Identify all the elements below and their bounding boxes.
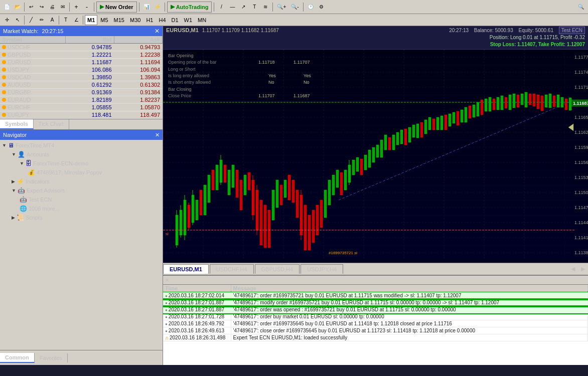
svg-text:1.11445: 1.11445	[574, 220, 588, 225]
mw-row[interactable]: EURJPY 118.481 118.497	[0, 111, 163, 119]
mw-symbol-cell: EURAUD	[0, 96, 66, 104]
nav-tab-common[interactable]: Common	[0, 353, 35, 363]
svg-text:1.11707: 1.11707	[258, 93, 275, 98]
mw-col-symbol: Symbol	[0, 36, 66, 44]
svg-text:1.11385: 1.11385	[574, 250, 588, 255]
nav-item-ecn-demo[interactable]: ▼ 🗄 ForexTime-ECN-demo	[0, 159, 163, 168]
zoom-out-btn[interactable]: 🔍-	[289, 2, 301, 13]
log-header: ✕	[163, 276, 588, 285]
log-close-btn[interactable]: ✕	[165, 277, 169, 283]
svg-rect-88	[340, 172, 343, 195]
chart-tab-scroll-right[interactable]: ▶	[578, 265, 588, 273]
angle-btn[interactable]: ∠	[71, 15, 81, 26]
navigator-close-btn[interactable]: ✕	[155, 132, 160, 138]
tf-w1-btn[interactable]: W1	[182, 15, 195, 25]
zoom-in-btn[interactable]: 🔍+	[275, 2, 288, 13]
tf-m1-btn[interactable]: M1	[85, 15, 97, 25]
nav-more-label: 1006 more...	[29, 206, 60, 212]
nav-item-forextime[interactable]: ▼ 🖥 ForexTime MT4	[0, 141, 163, 150]
pencil-btn[interactable]: ✏	[37, 15, 47, 26]
tf-m15-btn[interactable]: M15	[111, 15, 127, 25]
svg-rect-89	[344, 170, 347, 190]
svg-rect-106	[404, 129, 407, 145]
svg-rect-56	[224, 165, 226, 182]
chart-tab-eurusd-m1[interactable]: EURUSD,M1	[163, 264, 209, 274]
svg-rect-147	[569, 98, 571, 110]
eraser-btn[interactable]: A	[47, 15, 57, 26]
new-order-button[interactable]: ▶ New Order	[96, 2, 137, 13]
arrow-tool[interactable]: ↗	[238, 2, 248, 13]
mw-row[interactable]: USDCAD 1.39850 1.39863	[0, 74, 163, 81]
tf-m30-btn[interactable]: M30	[127, 15, 143, 25]
chart-zoom-in[interactable]: +	[71, 2, 81, 13]
nav-item-user[interactable]: 💰 47489617: Miroslav Popov	[0, 168, 163, 177]
autotrading-button[interactable]: ▶ AutoTrading	[167, 2, 212, 13]
mw-bid-val: 0.94785	[66, 44, 114, 51]
mw-symbol-cell: USDCHF	[0, 44, 66, 51]
mw-row[interactable]: EURAUD 1.82189 1.82237	[0, 96, 163, 104]
chart-tab-scroll-left[interactable]: ◀	[568, 265, 578, 273]
log-container[interactable]: Time Message ●2020.03.16 18:27:02.014 '4…	[163, 285, 588, 365]
mw-row[interactable]: EURGBP 0.91369 0.91384	[0, 89, 163, 96]
open-btn[interactable]: 📂	[13, 2, 23, 13]
email-btn[interactable]: ✉	[58, 2, 68, 13]
mw-row[interactable]: EURCHF 1.05855 1.05870	[0, 104, 163, 111]
nav-item-scripts[interactable]: ▶ 📜 Scripts	[0, 213, 163, 222]
tf-h4-btn[interactable]: H4	[156, 15, 168, 25]
nav-tab-favorites[interactable]: Favorites	[35, 353, 68, 362]
text-btn2[interactable]: T	[61, 15, 71, 26]
svg-rect-51	[208, 175, 210, 203]
nav-item-accounts[interactable]: ▼ 👤 Accounts	[0, 150, 163, 159]
cursor-btn[interactable]: ↖	[13, 15, 23, 26]
tf-sep2	[59, 16, 59, 25]
undo-btn[interactable]: ↩	[26, 2, 36, 13]
mw-row[interactable]: GBPUSD 1.22221 1.22238	[0, 51, 163, 59]
svg-rect-67	[260, 200, 262, 245]
mw-row[interactable]: USDCHF 0.94785 0.94793	[0, 44, 163, 51]
chart-tab-usdchf-h4[interactable]: USDCHF,H4	[210, 264, 254, 274]
market-watch-close-btn[interactable]: ✕	[155, 28, 160, 35]
line-tool[interactable]: /	[216, 2, 226, 13]
nav-item-expert-advisors[interactable]: ▼ 🤖 Expert Advisors	[0, 186, 163, 195]
svg-rect-86	[332, 175, 335, 195]
chart-tab-usdjpy-h4[interactable]: USDJPY,H4	[301, 264, 343, 274]
svg-text:1.11475: 1.11475	[574, 205, 588, 210]
mw-symbol-name: EURGBP	[8, 89, 31, 95]
text-tool[interactable]: T	[249, 2, 259, 13]
tf-m5-btn[interactable]: M5	[98, 15, 110, 25]
mw-bid-val: 1.11687	[66, 59, 114, 66]
chart-tab-gbpusd-h4[interactable]: GBPUSD,H4	[255, 264, 300, 274]
mw-row[interactable]: EURUSD 1.11687 1.11694	[0, 59, 163, 66]
chart-canvas[interactable]: 1.11775 1.11745 1.11715 1.11687 1.11655 …	[163, 50, 588, 259]
tf-mn-btn[interactable]: MN	[195, 15, 209, 25]
log-icon: ●	[165, 294, 168, 298]
redo-btn[interactable]: ↪	[37, 2, 47, 13]
navigator-panel: Navigator ✕ ▼ 🖥 ForexTime MT4 ▼ 👤 Accoun…	[0, 129, 163, 365]
new-chart-btn[interactable]: 📄	[2, 2, 12, 13]
nav-item-indicators[interactable]: ▶ ⚡ Indicators	[0, 177, 163, 186]
settings-btn[interactable]: ⚙	[317, 2, 327, 13]
print-btn[interactable]: 🖨	[47, 2, 57, 13]
mw-row[interactable]: USDJPY 106.086 106.094	[0, 66, 163, 74]
clock-btn[interactable]: 🕐	[306, 2, 316, 13]
mw-row[interactable]: AUDUSD 0.61292 0.61302	[0, 81, 163, 89]
nav-item-test-ecn[interactable]: 🤖 Test ECN	[0, 195, 163, 204]
log-time: ●2020.03.16 18:27:01.728	[163, 313, 231, 320]
mw-tab-symbols[interactable]: Symbols	[0, 119, 34, 129]
hline-tool[interactable]: —	[227, 2, 237, 13]
chart-type-btn[interactable]: 📊	[141, 2, 152, 13]
mw-ask-val: 1.22238	[114, 51, 163, 59]
expand-icon: ▼	[2, 143, 7, 148]
tf-h1-btn[interactable]: H1	[143, 15, 156, 25]
mw-tab-tick-chart[interactable]: Tick Chart	[34, 119, 69, 129]
nav-item-more[interactable]: 🌐 1006 more...	[0, 204, 163, 213]
search-btn[interactable]: 🔍	[576, 2, 586, 13]
indicators-btn[interactable]: ⚡	[153, 2, 163, 13]
new-order-icon: ▶	[100, 4, 104, 10]
line-btn[interactable]: ╱	[26, 15, 36, 26]
fibonacci-tool[interactable]: ≋	[260, 2, 270, 13]
crosshair-btn[interactable]: ✛	[2, 15, 12, 26]
svg-rect-141	[545, 95, 547, 107]
tf-d1-btn[interactable]: D1	[169, 15, 181, 25]
chart-zoom-out[interactable]: -	[82, 2, 92, 13]
